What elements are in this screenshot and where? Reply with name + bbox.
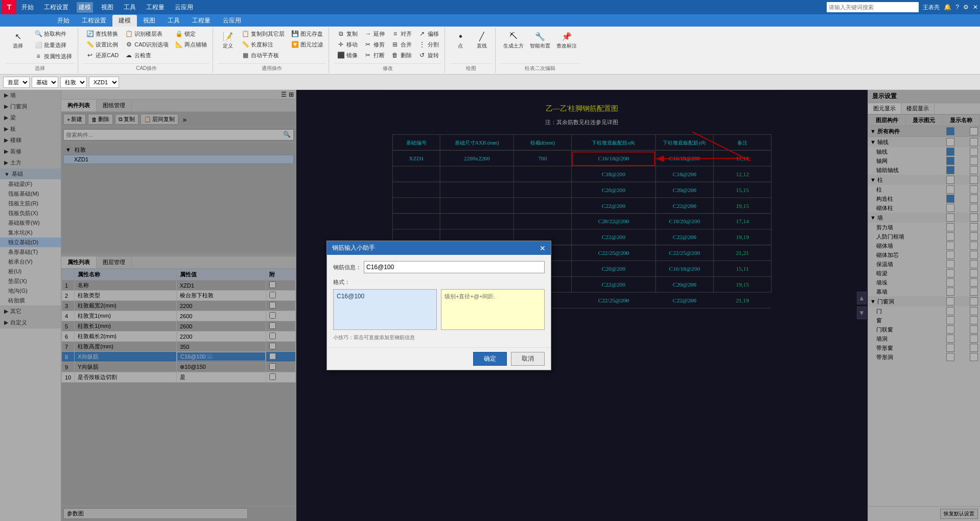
batch-icon: ⬜	[34, 41, 42, 49]
btn-line[interactable]: ╱ 直线	[472, 29, 492, 62]
top-search-input[interactable]	[827, 2, 919, 12]
btn-elem-filter[interactable]: 🔽 图元过滤	[288, 39, 325, 50]
select-icon: ↖	[12, 30, 24, 42]
floor-select[interactable]: 首层	[3, 77, 30, 88]
ribbon-toolbar: ↖ 选择 🔍 拾取构件 ⬜ 批量选择 ≡ 按属性选择 选择	[0, 27, 980, 75]
modal-tip: 小技巧：双击可直接添加至钢筋信息	[333, 334, 545, 341]
modal-footer: 确定 取消	[327, 347, 551, 370]
group-label-modify: 修改	[334, 63, 441, 72]
menu-start[interactable]: 开始	[19, 2, 36, 13]
btn-mirror[interactable]: ⬛ 镜像	[334, 50, 360, 60]
btn-auto-align-slab[interactable]: ▦ 自动平齐板	[239, 50, 287, 60]
top-right-area: 王表亮 🔔 ? ⚙ ✕	[827, 2, 978, 12]
modal-rebar-info-row: 钢筋信息：	[333, 261, 545, 273]
btn-restore-cad[interactable]: ↩ 还原CAD	[83, 50, 121, 60]
app-logo: T	[2, 0, 16, 14]
btn-offset[interactable]: ↗ 偏移	[415, 29, 441, 39]
tab-project[interactable]: 工程设置	[76, 15, 112, 27]
btn-pick-component[interactable]: 🔍 拾取构件	[32, 29, 75, 39]
breadcrumb-bar: 首层 基础 柱敦 XZD1	[0, 75, 980, 90]
ribbon-group-select: ↖ 选择 🔍 拾取构件 ⬜ 批量选择 ≡ 按属性选择 选择	[2, 28, 78, 73]
btn-two-point-aux[interactable]: 📐 两点辅轴	[172, 39, 209, 50]
btn-recog-floor[interactable]: 📋 识别楼层表	[122, 29, 171, 39]
btn-lock[interactable]: 🔒 锁定	[172, 29, 209, 39]
btn-merge[interactable]: ⊞ 合并	[388, 39, 414, 50]
top-menubar: T 开始 工程设置 建模 视图 工具 工程量 云应用 王表亮 🔔 ? ⚙ ✕	[0, 0, 980, 14]
modal-confirm-btn[interactable]: 确定	[473, 352, 507, 366]
tab-modeling[interactable]: 建模	[112, 15, 137, 27]
btn-cad-recog-options[interactable]: ⚙ CAD识别选项	[122, 39, 171, 50]
btn-select[interactable]: ↖ 选择	[5, 29, 31, 62]
btn-copy-to-floor[interactable]: 📋 复制到其它层	[239, 29, 287, 39]
ribbon-group-column-table: ⛏ 生成土方 🔧 智能布置 📌 查改标注 柱表二次编辑	[498, 28, 582, 73]
btn-break[interactable]: ✂ 打断	[361, 50, 387, 60]
group-label-cad: CAD操作	[83, 63, 209, 72]
close-icon[interactable]: ✕	[973, 4, 978, 11]
btn-length-mark[interactable]: 📏 长度标注	[239, 39, 287, 50]
btn-find-replace[interactable]: 🔄 查找替换	[83, 29, 121, 39]
main-layout: ▶ 墙 ▶ 门窗洞 ▶ 梁 ▶ 板 ▶ 楼梯 ▶ 装修 ▶ 土方 ▼ 基础 基础…	[0, 90, 980, 521]
modal-format-hint-box: 级别+直径+@+间距.	[441, 289, 545, 330]
btn-copy[interactable]: ⧉ 复制	[334, 29, 360, 39]
modal-rebar-info-label: 钢筋信息：	[333, 264, 364, 271]
menu-tools[interactable]: 工具	[122, 2, 138, 13]
tab-view[interactable]: 视图	[137, 15, 161, 27]
modal-two-col: C16@100 级别+直径+@+间距.	[333, 289, 545, 330]
notification-icon[interactable]: 🔔	[944, 4, 951, 11]
ribbon-group-general: 📝 定义 📋 复制到其它层 📏 长度标注 ▦ 自动平齐板	[215, 28, 329, 73]
element-select[interactable]: 柱敦	[60, 77, 87, 88]
group-label-draw: 绘图	[450, 63, 492, 72]
help-icon[interactable]: ?	[955, 4, 959, 11]
group-label-general: 通用操作	[218, 63, 325, 72]
prop-select-icon: ≡	[34, 52, 42, 60]
btn-trim[interactable]: ✂ 修剪	[361, 39, 387, 50]
modal-format-input-box[interactable]: C16@100	[333, 289, 437, 330]
modal-title: 钢筋输入小助手	[332, 244, 375, 252]
btn-rotate[interactable]: ↺ 旋转	[415, 50, 441, 60]
modal-close-btn[interactable]: ✕	[540, 244, 546, 252]
rebar-input-modal: 钢筋输入小助手 ✕ 钢筋信息： 格式： C16@100 级别+直径+@+间距. …	[326, 241, 551, 370]
ribbon-group-draw: • 点 ╱ 直线 绘图	[447, 28, 496, 73]
menu-quantity[interactable]: 工程量	[144, 2, 167, 13]
modal-cancel-btn[interactable]: 取消	[511, 352, 545, 366]
tab-cloud[interactable]: 云应用	[217, 15, 247, 27]
btn-prop-select[interactable]: ≡ 按属性选择	[32, 51, 75, 61]
menu-project-settings[interactable]: 工程设置	[42, 2, 71, 13]
btn-cloud-check[interactable]: ☁ 云检查	[122, 50, 171, 60]
tab-start[interactable]: 开始	[51, 15, 76, 27]
btn-move[interactable]: ✛ 移动	[334, 39, 360, 50]
btn-split[interactable]: ⋮ 分割	[415, 39, 441, 50]
menu-cloud[interactable]: 云应用	[173, 2, 195, 13]
modal-header: 钢筋输入小助手 ✕	[327, 241, 551, 255]
btn-elem-save[interactable]: 💾 图元存盘	[288, 29, 325, 39]
ribbon-group-cad: 🔄 查找替换 📏 设置比例 ↩ 还原CAD 📋 识别楼层表 ⚙	[80, 28, 213, 73]
btn-smart-place[interactable]: 🔧 智能布置	[527, 29, 553, 62]
btn-batch-select[interactable]: ⬜ 批量选择	[32, 40, 75, 50]
group-label-select: 选择	[5, 63, 75, 72]
btn-define[interactable]: 📝 定义	[218, 29, 238, 62]
modal-overlay: 钢筋输入小助手 ✕ 钢筋信息： 格式： C16@100 级别+直径+@+间距. …	[0, 90, 980, 521]
btn-delete[interactable]: 🗑 删除	[388, 50, 414, 60]
group-label-column-table: 柱表二次编辑	[501, 63, 579, 72]
ribbon-group-modify: ⧉ 复制 ✛ 移动 ⬛ 镜像 → 延伸 ✂ 修剪	[331, 28, 445, 73]
menu-modeling[interactable]: 建模	[77, 2, 93, 13]
btn-extend[interactable]: → 延伸	[361, 29, 387, 39]
user-name: 王表亮	[923, 4, 940, 11]
tab-tools[interactable]: 工具	[161, 15, 186, 27]
btn-modify-marks[interactable]: 📌 查改标注	[554, 29, 579, 62]
modal-rebar-info-input[interactable]	[364, 261, 545, 273]
menu-items: 开始 工程设置 建模 视图 工具 工程量 云应用	[19, 2, 827, 13]
btn-align[interactable]: ≡ 对齐	[388, 29, 414, 39]
pick-icon: 🔍	[34, 30, 42, 38]
id-select[interactable]: XZD1	[89, 77, 119, 88]
btn-gen-earthwork[interactable]: ⛏ 生成土方	[501, 29, 526, 62]
ribbon-tabs: 开始 工程设置 建模 视图 工具 工程量 云应用	[0, 14, 980, 27]
type-select[interactable]: 基础	[32, 77, 58, 88]
btn-point[interactable]: • 点	[450, 29, 471, 62]
btn-set-scale[interactable]: 📏 设置比例	[83, 39, 121, 50]
modal-body: 钢筋信息： 格式： C16@100 级别+直径+@+间距. 小技巧：双击可直接添…	[327, 255, 551, 347]
modal-format-label: 格式：	[333, 278, 545, 286]
tab-quantity[interactable]: 工程量	[186, 15, 217, 27]
menu-view[interactable]: 视图	[99, 2, 115, 13]
settings-icon[interactable]: ⚙	[963, 4, 969, 11]
